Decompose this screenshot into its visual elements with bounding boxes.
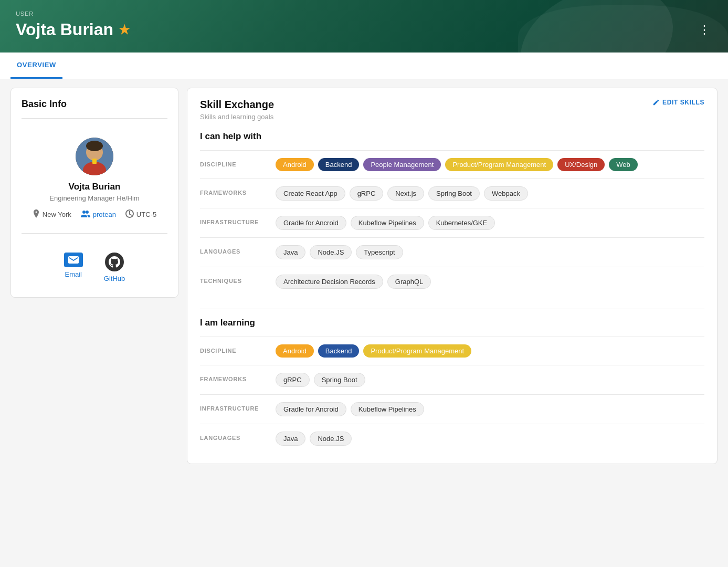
- learning-infra-tags: Gradle for Ancroid Kubeflow Pipelines: [276, 402, 424, 416]
- user-name: Vojta Burian: [16, 20, 113, 39]
- can-help-heading: I can help with: [200, 131, 704, 142]
- learning-frameworks-label: FRAMEWORKS: [200, 373, 263, 382]
- team-link[interactable]: protean: [93, 211, 116, 218]
- svg-rect-4: [92, 159, 97, 164]
- avatar: [76, 138, 113, 175]
- discipline-tags: Android Backend People Management Produc…: [276, 158, 638, 171]
- email-label: Email: [65, 270, 82, 278]
- tag-learning-product: Product/Program Management: [363, 344, 471, 358]
- languages-tags: Java Node.JS Typescript: [276, 245, 403, 259]
- learning-discipline-row: DISCIPLINE Android Backend Product/Progr…: [200, 337, 704, 365]
- tag-adr: Architecture Decision Records: [276, 275, 383, 289]
- location-text: New York: [43, 211, 71, 218]
- tag-nodejs: Node.JS: [310, 245, 352, 259]
- profile-name: Vojta Burian: [69, 182, 121, 192]
- infrastructure-tags: Gradle for Ancroid Kubeflow Pipelines Ku…: [276, 216, 495, 230]
- main-content: Basic Info Vojta Burian Engineering Ma: [0, 79, 728, 472]
- profile-title: Engineering Manager He/Him: [49, 194, 139, 202]
- star-icon: ★: [119, 23, 130, 37]
- team-item: protean: [81, 211, 116, 219]
- tag-learning-gradle: Gradle for Ancroid: [276, 402, 346, 416]
- tag-learning-kubeflow: Kubeflow Pipelines: [351, 402, 424, 416]
- learning-frameworks-row: FRAMEWORKS gRPC Spring Boot: [200, 365, 704, 394]
- infrastructure-label: INFRASTRUCTURE: [200, 216, 263, 225]
- tag-learning-java: Java: [276, 432, 305, 446]
- header: USER Vojta Burian ★ ⋮: [0, 0, 728, 52]
- tag-kubernetes: Kubernetes/GKE: [428, 216, 495, 230]
- skill-card-header: Skill Exchange EDIT SKILLS: [200, 99, 704, 111]
- tag-learning-grpc: gRPC: [276, 373, 310, 387]
- avatar-image: [76, 138, 113, 175]
- frameworks-label: FRAMEWORKS: [200, 186, 263, 196]
- tag-grpc: gRPC: [350, 186, 384, 201]
- learning-discipline-label: DISCIPLINE: [200, 344, 263, 354]
- github-link[interactable]: GitHub: [104, 253, 125, 282]
- tag-spring-boot: Spring Boot: [428, 186, 480, 201]
- can-help-discipline-row: DISCIPLINE Android Backend People Manage…: [200, 150, 704, 178]
- tabs-bar: OVERVIEW: [0, 52, 728, 79]
- tag-learning-spring-boot: Spring Boot: [314, 373, 365, 387]
- svg-point-3: [86, 141, 103, 151]
- learning-languages-label: LANGUAGES: [200, 432, 263, 441]
- can-help-frameworks-row: FRAMEWORKS Create React App gRPC Next.js…: [200, 178, 704, 208]
- tag-android: Android: [276, 158, 314, 171]
- tag-java: Java: [276, 245, 305, 259]
- tag-learning-nodejs: Node.JS: [310, 432, 352, 446]
- tag-web: Web: [609, 158, 638, 171]
- more-options-button[interactable]: ⋮: [697, 21, 712, 39]
- learning-frameworks-tags: gRPC Spring Boot: [276, 373, 365, 387]
- card-divider: [22, 118, 167, 119]
- skill-subtitle: Skills and learning goals: [200, 113, 704, 121]
- frameworks-tags: Create React App gRPC Next.js Spring Boo…: [276, 186, 528, 201]
- email-icon: [64, 253, 83, 267]
- techniques-label: TECHNIQUES: [200, 275, 263, 284]
- tag-learning-backend: Backend: [318, 344, 360, 358]
- card-divider-2: [22, 233, 167, 234]
- basic-info-card: Basic Info Vojta Burian Engineering Ma: [10, 88, 178, 298]
- learning-heading: I am learning: [200, 318, 704, 328]
- header-title-row: Vojta Burian ★ ⋮: [16, 20, 712, 39]
- tag-kubeflow: Kubeflow Pipelines: [351, 216, 424, 230]
- tag-webpack: Webpack: [484, 186, 528, 201]
- tag-create-react-app: Create React App: [276, 186, 345, 201]
- techniques-tags: Architecture Decision Records GraphQL: [276, 275, 431, 289]
- tag-people-management: People Management: [363, 158, 441, 171]
- section-divider: [200, 309, 704, 309]
- github-icon: [105, 253, 124, 271]
- timezone-text: UTC-5: [136, 211, 156, 218]
- tag-nextjs: Next.js: [387, 186, 424, 201]
- skill-exchange-card: Skill Exchange EDIT SKILLS Skills and le…: [187, 88, 718, 464]
- discipline-label: DISCIPLINE: [200, 158, 263, 167]
- tag-backend: Backend: [318, 158, 360, 171]
- basic-info-title: Basic Info: [22, 99, 167, 110]
- team-icon: [81, 211, 90, 219]
- profile-meta: New York protean UTC-5: [33, 209, 156, 219]
- languages-label: LANGUAGES: [200, 245, 263, 255]
- learning-languages-tags: Java Node.JS: [276, 432, 352, 446]
- header-name: Vojta Burian ★: [16, 20, 130, 39]
- edit-skills-button[interactable]: EDIT SKILLS: [652, 99, 704, 106]
- learning-discipline-tags: Android Backend Product/Program Manageme…: [276, 344, 471, 358]
- user-label: USER: [16, 10, 712, 17]
- skill-exchange-title: Skill Exchange: [200, 99, 274, 111]
- timezone-icon: [125, 209, 134, 219]
- timezone-item: UTC-5: [125, 209, 156, 219]
- location-item: New York: [33, 209, 71, 219]
- edit-skills-label: EDIT SKILLS: [662, 99, 704, 106]
- learning-infrastructure-row: INFRASTRUCTURE Gradle for Ancroid Kubefl…: [200, 394, 704, 424]
- tag-gradle: Gradle for Ancroid: [276, 216, 346, 230]
- location-icon: [33, 209, 40, 219]
- profile-center: Vojta Burian Engineering Manager He/Him …: [22, 127, 167, 225]
- can-help-infrastructure-row: INFRASTRUCTURE Gradle for Ancroid Kubefl…: [200, 208, 704, 237]
- github-label: GitHub: [104, 275, 125, 282]
- learning-languages-row: LANGUAGES Java Node.JS: [200, 424, 704, 453]
- social-row: Email GitHub: [22, 242, 167, 287]
- tag-typescript: Typescript: [356, 245, 403, 259]
- learning-infra-label: INFRASTRUCTURE: [200, 402, 263, 412]
- tag-graphql: GraphQL: [387, 275, 431, 289]
- can-help-languages-row: LANGUAGES Java Node.JS Typescript: [200, 237, 704, 267]
- email-link[interactable]: Email: [64, 253, 83, 282]
- tab-overview[interactable]: OVERVIEW: [10, 52, 62, 79]
- edit-icon: [652, 99, 660, 106]
- tag-product-management: Product/Program Management: [445, 158, 553, 171]
